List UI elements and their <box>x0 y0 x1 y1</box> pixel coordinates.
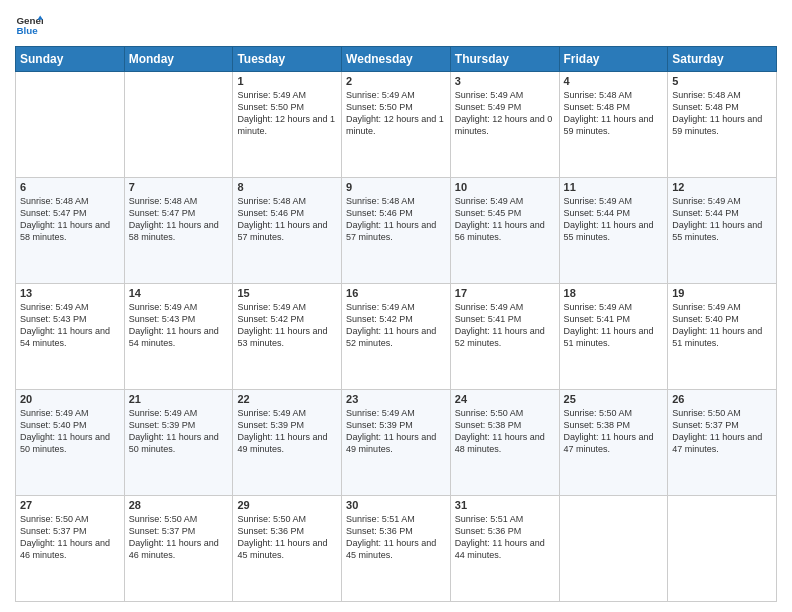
calendar-cell: 5 Sunrise: 5:48 AMSunset: 5:48 PMDayligh… <box>668 72 777 178</box>
cell-details: Sunrise: 5:49 AMSunset: 5:40 PMDaylight:… <box>20 407 120 456</box>
cell-details: Sunrise: 5:50 AMSunset: 5:36 PMDaylight:… <box>237 513 337 562</box>
calendar-cell: 10 Sunrise: 5:49 AMSunset: 5:45 PMDaylig… <box>450 178 559 284</box>
day-number: 25 <box>564 393 664 405</box>
cell-details: Sunrise: 5:49 AMSunset: 5:42 PMDaylight:… <box>346 301 446 350</box>
calendar-cell: 12 Sunrise: 5:49 AMSunset: 5:44 PMDaylig… <box>668 178 777 284</box>
cell-details: Sunrise: 5:49 AMSunset: 5:39 PMDaylight:… <box>129 407 229 456</box>
calendar-cell: 8 Sunrise: 5:48 AMSunset: 5:46 PMDayligh… <box>233 178 342 284</box>
day-number: 4 <box>564 75 664 87</box>
day-number: 16 <box>346 287 446 299</box>
day-number: 10 <box>455 181 555 193</box>
page: General Blue SundayMondayTuesdayWednesda… <box>0 0 792 612</box>
calendar-cell <box>124 72 233 178</box>
cell-details: Sunrise: 5:49 AMSunset: 5:41 PMDaylight:… <box>564 301 664 350</box>
calendar-week-2: 6 Sunrise: 5:48 AMSunset: 5:47 PMDayligh… <box>16 178 777 284</box>
calendar-cell <box>16 72 125 178</box>
calendar-cell <box>559 496 668 602</box>
day-number: 7 <box>129 181 229 193</box>
calendar-week-3: 13 Sunrise: 5:49 AMSunset: 5:43 PMDaylig… <box>16 284 777 390</box>
calendar-table: SundayMondayTuesdayWednesdayThursdayFrid… <box>15 46 777 602</box>
cell-details: Sunrise: 5:49 AMSunset: 5:50 PMDaylight:… <box>237 89 337 138</box>
cell-details: Sunrise: 5:49 AMSunset: 5:50 PMDaylight:… <box>346 89 446 138</box>
calendar-cell: 16 Sunrise: 5:49 AMSunset: 5:42 PMDaylig… <box>342 284 451 390</box>
day-number: 31 <box>455 499 555 511</box>
day-number: 18 <box>564 287 664 299</box>
calendar-cell: 11 Sunrise: 5:49 AMSunset: 5:44 PMDaylig… <box>559 178 668 284</box>
calendar-cell: 17 Sunrise: 5:49 AMSunset: 5:41 PMDaylig… <box>450 284 559 390</box>
day-number: 21 <box>129 393 229 405</box>
svg-text:Blue: Blue <box>16 25 38 36</box>
weekday-header-thursday: Thursday <box>450 47 559 72</box>
calendar-cell: 14 Sunrise: 5:49 AMSunset: 5:43 PMDaylig… <box>124 284 233 390</box>
day-number: 6 <box>20 181 120 193</box>
calendar-week-4: 20 Sunrise: 5:49 AMSunset: 5:40 PMDaylig… <box>16 390 777 496</box>
calendar-cell: 25 Sunrise: 5:50 AMSunset: 5:38 PMDaylig… <box>559 390 668 496</box>
calendar-cell: 2 Sunrise: 5:49 AMSunset: 5:50 PMDayligh… <box>342 72 451 178</box>
cell-details: Sunrise: 5:49 AMSunset: 5:44 PMDaylight:… <box>564 195 664 244</box>
weekday-header-saturday: Saturday <box>668 47 777 72</box>
cell-details: Sunrise: 5:50 AMSunset: 5:38 PMDaylight:… <box>564 407 664 456</box>
calendar-cell: 22 Sunrise: 5:49 AMSunset: 5:39 PMDaylig… <box>233 390 342 496</box>
weekday-header-tuesday: Tuesday <box>233 47 342 72</box>
day-number: 23 <box>346 393 446 405</box>
weekday-header-monday: Monday <box>124 47 233 72</box>
day-number: 2 <box>346 75 446 87</box>
cell-details: Sunrise: 5:49 AMSunset: 5:39 PMDaylight:… <box>346 407 446 456</box>
day-number: 27 <box>20 499 120 511</box>
cell-details: Sunrise: 5:51 AMSunset: 5:36 PMDaylight:… <box>346 513 446 562</box>
calendar-cell: 1 Sunrise: 5:49 AMSunset: 5:50 PMDayligh… <box>233 72 342 178</box>
day-number: 26 <box>672 393 772 405</box>
cell-details: Sunrise: 5:50 AMSunset: 5:38 PMDaylight:… <box>455 407 555 456</box>
calendar-cell: 3 Sunrise: 5:49 AMSunset: 5:49 PMDayligh… <box>450 72 559 178</box>
cell-details: Sunrise: 5:49 AMSunset: 5:41 PMDaylight:… <box>455 301 555 350</box>
cell-details: Sunrise: 5:49 AMSunset: 5:43 PMDaylight:… <box>129 301 229 350</box>
day-number: 28 <box>129 499 229 511</box>
weekday-header-wednesday: Wednesday <box>342 47 451 72</box>
calendar-cell: 20 Sunrise: 5:49 AMSunset: 5:40 PMDaylig… <box>16 390 125 496</box>
calendar-cell: 7 Sunrise: 5:48 AMSunset: 5:47 PMDayligh… <box>124 178 233 284</box>
calendar-cell: 4 Sunrise: 5:48 AMSunset: 5:48 PMDayligh… <box>559 72 668 178</box>
day-number: 29 <box>237 499 337 511</box>
cell-details: Sunrise: 5:48 AMSunset: 5:46 PMDaylight:… <box>346 195 446 244</box>
day-number: 19 <box>672 287 772 299</box>
logo: General Blue <box>15 10 47 38</box>
cell-details: Sunrise: 5:49 AMSunset: 5:44 PMDaylight:… <box>672 195 772 244</box>
cell-details: Sunrise: 5:48 AMSunset: 5:47 PMDaylight:… <box>20 195 120 244</box>
calendar-cell: 29 Sunrise: 5:50 AMSunset: 5:36 PMDaylig… <box>233 496 342 602</box>
calendar-cell <box>668 496 777 602</box>
calendar-cell: 19 Sunrise: 5:49 AMSunset: 5:40 PMDaylig… <box>668 284 777 390</box>
day-number: 13 <box>20 287 120 299</box>
calendar-cell: 26 Sunrise: 5:50 AMSunset: 5:37 PMDaylig… <box>668 390 777 496</box>
weekday-header-row: SundayMondayTuesdayWednesdayThursdayFrid… <box>16 47 777 72</box>
day-number: 15 <box>237 287 337 299</box>
calendar-cell: 24 Sunrise: 5:50 AMSunset: 5:38 PMDaylig… <box>450 390 559 496</box>
cell-details: Sunrise: 5:49 AMSunset: 5:40 PMDaylight:… <box>672 301 772 350</box>
calendar-cell: 30 Sunrise: 5:51 AMSunset: 5:36 PMDaylig… <box>342 496 451 602</box>
day-number: 8 <box>237 181 337 193</box>
calendar-cell: 28 Sunrise: 5:50 AMSunset: 5:37 PMDaylig… <box>124 496 233 602</box>
day-number: 11 <box>564 181 664 193</box>
day-number: 24 <box>455 393 555 405</box>
day-number: 12 <box>672 181 772 193</box>
day-number: 30 <box>346 499 446 511</box>
calendar-cell: 15 Sunrise: 5:49 AMSunset: 5:42 PMDaylig… <box>233 284 342 390</box>
day-number: 14 <box>129 287 229 299</box>
header: General Blue <box>15 10 777 38</box>
day-number: 3 <box>455 75 555 87</box>
cell-details: Sunrise: 5:48 AMSunset: 5:47 PMDaylight:… <box>129 195 229 244</box>
day-number: 1 <box>237 75 337 87</box>
weekday-header-sunday: Sunday <box>16 47 125 72</box>
calendar-cell: 31 Sunrise: 5:51 AMSunset: 5:36 PMDaylig… <box>450 496 559 602</box>
calendar-cell: 6 Sunrise: 5:48 AMSunset: 5:47 PMDayligh… <box>16 178 125 284</box>
day-number: 20 <box>20 393 120 405</box>
calendar-cell: 23 Sunrise: 5:49 AMSunset: 5:39 PMDaylig… <box>342 390 451 496</box>
cell-details: Sunrise: 5:50 AMSunset: 5:37 PMDaylight:… <box>20 513 120 562</box>
cell-details: Sunrise: 5:49 AMSunset: 5:49 PMDaylight:… <box>455 89 555 138</box>
cell-details: Sunrise: 5:49 AMSunset: 5:39 PMDaylight:… <box>237 407 337 456</box>
day-number: 9 <box>346 181 446 193</box>
cell-details: Sunrise: 5:48 AMSunset: 5:46 PMDaylight:… <box>237 195 337 244</box>
calendar-cell: 21 Sunrise: 5:49 AMSunset: 5:39 PMDaylig… <box>124 390 233 496</box>
weekday-header-friday: Friday <box>559 47 668 72</box>
cell-details: Sunrise: 5:48 AMSunset: 5:48 PMDaylight:… <box>564 89 664 138</box>
cell-details: Sunrise: 5:51 AMSunset: 5:36 PMDaylight:… <box>455 513 555 562</box>
